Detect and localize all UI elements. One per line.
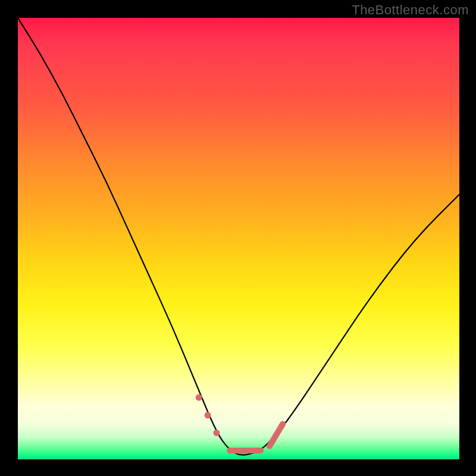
marker-dot [213,430,220,436]
watermark-text: TheBottleneck.com [352,2,469,18]
chart-frame: TheBottleneck.com [0,0,476,476]
marker-dot [196,394,202,401]
curve-svg [18,18,459,459]
plot-area [18,18,459,459]
bottleneck-curve [18,18,459,455]
marker-segment [270,424,283,446]
marker-dot [205,412,211,418]
optimal-markers [196,394,283,451]
